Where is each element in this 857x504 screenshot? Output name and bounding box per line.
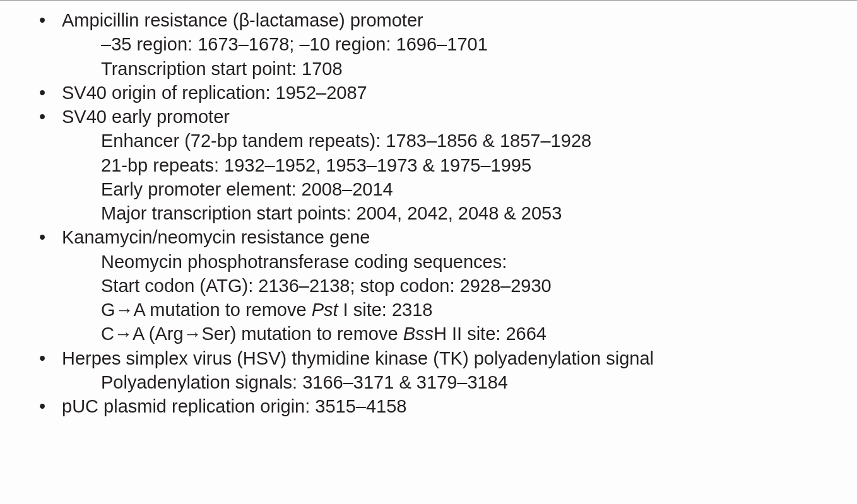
item-heading: SV40 early promoter (62, 105, 832, 129)
item-subline: Enhancer (72-bp tandem repeats): 1783–18… (62, 129, 832, 153)
item-subline: Polyadenylation signals: 3166–3171 & 317… (62, 370, 832, 394)
text-segment: H II site: 2664 (434, 324, 547, 344)
top-rule (0, 0, 857, 1)
list-item: Kanamycin/neomycin resistance geneNeomyc… (25, 225, 832, 346)
item-subline: Start codon (ATG): 2136–2138; stop codon… (62, 274, 832, 298)
list-item: SV40 origin of replication: 1952–2087 (25, 81, 832, 105)
item-subline: Early promoter element: 2008–2014 (62, 177, 832, 201)
text-segment: I site: 2318 (338, 300, 433, 320)
item-subline: C→A (Arg→Ser) mutation to remove BssH II… (62, 322, 832, 346)
list-item: pUC plasmid replication origin: 3515–415… (25, 394, 832, 418)
document-body: Ampicillin resistance (β-lactamase) prom… (0, 3, 857, 431)
list-item: SV40 early promoterEnhancer (72-bp tande… (25, 105, 832, 225)
italic-enzyme-name: Bss (403, 324, 434, 344)
item-subline: Transcription start point: 1708 (62, 57, 832, 81)
item-subline: G→A mutation to remove Pst I site: 2318 (62, 298, 832, 322)
feature-list: Ampicillin resistance (β-lactamase) prom… (25, 8, 832, 419)
item-subline: Major transcription start points: 2004, … (62, 201, 832, 225)
item-heading: Ampicillin resistance (β-lactamase) prom… (62, 8, 832, 32)
item-heading: SV40 origin of replication: 1952–2087 (62, 81, 832, 105)
item-subline: Neomycin phosphotransferase coding seque… (62, 250, 832, 274)
italic-enzyme-name: Pst (312, 300, 338, 320)
list-item: Ampicillin resistance (β-lactamase) prom… (25, 8, 832, 81)
list-item: Herpes simplex virus (HSV) thymidine kin… (25, 346, 832, 395)
item-subline: 21-bp repeats: 1932–1952, 1953–1973 & 19… (62, 153, 832, 177)
item-heading: Kanamycin/neomycin resistance gene (62, 225, 832, 249)
text-segment: C→A (Arg→Ser) mutation to remove (101, 324, 403, 344)
item-subline: –35 region: 1673–1678; –10 region: 1696–… (62, 32, 832, 56)
item-heading: Herpes simplex virus (HSV) thymidine kin… (62, 346, 832, 370)
item-heading: pUC plasmid replication origin: 3515–415… (62, 394, 832, 418)
text-segment: G→A mutation to remove (101, 300, 312, 320)
